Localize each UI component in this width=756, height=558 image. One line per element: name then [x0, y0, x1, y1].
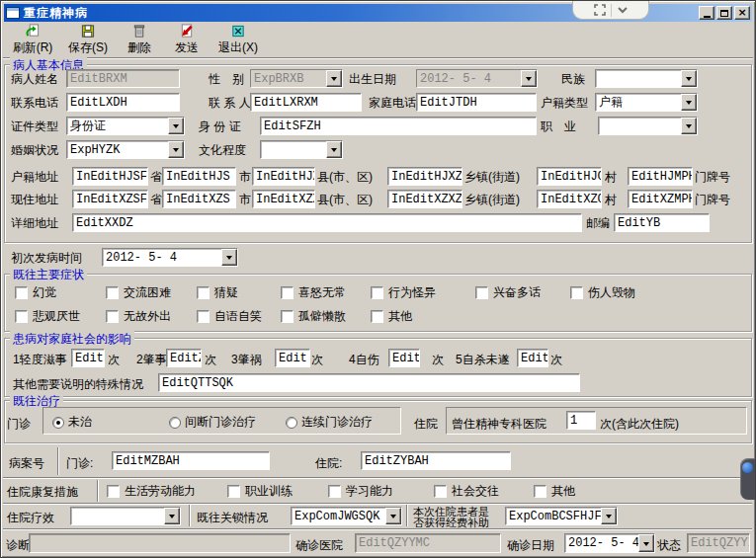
confirm-hospital-field[interactable]: EditQZYYMC	[355, 533, 501, 553]
checkbox-icon[interactable]	[570, 286, 583, 299]
rehab-checkbox[interactable]: 职业训练	[227, 483, 293, 500]
xz-county-field[interactable]: InEditXZX	[252, 190, 315, 208]
checkbox-icon[interactable]	[15, 310, 28, 323]
dropdown-button[interactable]	[601, 508, 617, 524]
checkbox-icon[interactable]	[197, 286, 210, 299]
lock-history-select[interactable]: ExpComJWGSQK	[291, 507, 402, 525]
checkbox-icon[interactable]	[328, 485, 341, 498]
minimize-button[interactable]	[699, 6, 714, 20]
radio-intermittent-outpatient[interactable]: 间断门诊治疗	[169, 414, 256, 431]
symptom-checkbox[interactable]: 幻觉	[15, 284, 56, 301]
incident-count-field[interactable]: Edit	[275, 349, 310, 367]
dropdown-button[interactable]	[681, 70, 697, 87]
checkbox-icon[interactable]	[534, 485, 546, 498]
dropdown-button[interactable]	[164, 508, 180, 524]
checkbox-icon[interactable]	[106, 310, 119, 323]
radio-icon[interactable]	[286, 417, 297, 429]
symptom-checkbox[interactable]: 其他	[371, 308, 412, 325]
symptom-checkbox[interactable]: 孤僻懒散	[281, 308, 346, 325]
hj-county-field[interactable]: InEditHJX	[252, 167, 315, 186]
symptom-checkbox[interactable]: 行为怪异	[371, 284, 436, 301]
gender-select[interactable]: ExpBRXB	[250, 69, 343, 88]
rehab-checkbox[interactable]: 其他	[534, 483, 575, 500]
side-tab-handle[interactable]	[740, 458, 755, 500]
symptom-checkbox[interactable]: 猜疑	[197, 284, 238, 301]
ethnicity-select[interactable]	[595, 69, 698, 88]
hj-city-field[interactable]: InEditHJS	[162, 167, 236, 186]
checkbox-icon[interactable]	[475, 286, 488, 299]
hj-number-field[interactable]: EditHJMPH	[628, 167, 693, 186]
incident-count-field[interactable]: Edit	[388, 349, 420, 367]
subsidy-select[interactable]: ExpComBCSFHJF	[505, 507, 618, 525]
hj-province-field[interactable]: InEditHJSF	[72, 167, 148, 186]
hj-village-field[interactable]: InEditHJC	[537, 167, 602, 186]
mz-case-field[interactable]: EditMZBAH	[112, 451, 270, 470]
dropdown-button[interactable]	[385, 508, 401, 524]
dropdown-button[interactable]	[681, 94, 697, 111]
hukou-type-select[interactable]: 户籍	[595, 93, 698, 112]
contact-person-field[interactable]: EditLXRXM	[250, 93, 362, 112]
save-button[interactable]: 保存(S)	[60, 23, 116, 56]
home-phone-field[interactable]: EditJTDH	[416, 93, 537, 112]
dropdown-button[interactable]	[681, 118, 697, 134]
incident-count-field[interactable]: EditQ	[71, 349, 105, 367]
checkbox-icon[interactable]	[281, 286, 294, 299]
checkbox-icon[interactable]	[434, 485, 447, 498]
checkbox-icon[interactable]	[371, 286, 383, 299]
symptom-checkbox[interactable]: 伤人毁物	[570, 284, 635, 301]
dropdown-button[interactable]	[168, 141, 184, 158]
rehab-checkbox[interactable]: 社会交往	[434, 483, 499, 500]
diagnosis-field[interactable]	[29, 533, 291, 553]
status-field[interactable]: EditQZYYI	[687, 533, 750, 553]
symptom-checkbox[interactable]: 喜怒无常	[281, 284, 346, 301]
symptom-checkbox[interactable]: 交流困难	[106, 284, 171, 301]
radio-icon[interactable]	[169, 417, 181, 429]
xz-number-field[interactable]: EditXZMPH	[628, 190, 693, 208]
radio-continuous-outpatient[interactable]: 连续门诊治疗	[286, 414, 373, 431]
confirm-date-select[interactable]: 2012- 5- 4	[564, 533, 655, 553]
dropdown-button[interactable]	[168, 118, 184, 134]
send-button[interactable]: 发送	[163, 23, 210, 56]
dropdown-button[interactable]	[326, 141, 342, 158]
delete-button[interactable]: 删除	[116, 23, 163, 56]
contact-phone-field[interactable]: EditLXDH	[66, 93, 180, 112]
incident-count-field[interactable]: EditZ	[166, 349, 202, 367]
xz-town-field[interactable]: InEditXZXZ	[387, 190, 462, 208]
checkbox-icon[interactable]	[281, 310, 294, 323]
id-number-field[interactable]: EditSFZH	[260, 117, 537, 135]
dropdown-button[interactable]	[521, 70, 537, 87]
checkbox-icon[interactable]	[15, 286, 28, 299]
rehab-checkbox[interactable]: 学习能力	[328, 483, 393, 500]
marital-select[interactable]: ExpHYZK	[66, 140, 185, 159]
xz-city-field[interactable]: InEditXZS	[162, 190, 236, 208]
dropdown-button[interactable]	[221, 249, 237, 266]
dropdown-button[interactable]	[326, 70, 342, 87]
symptom-checkbox[interactable]: 兴奋多话	[475, 284, 541, 301]
dropdown-button[interactable]	[638, 534, 654, 552]
birth-date-select[interactable]: 2012- 5- 4	[416, 69, 538, 88]
occupation-select[interactable]	[598, 117, 698, 135]
incident-count-field[interactable]: EditZ	[517, 349, 548, 367]
rehab-checkbox[interactable]: 生活劳动能力	[107, 483, 196, 500]
checkbox-icon[interactable]	[227, 485, 240, 498]
symptom-checkbox[interactable]: 自语自笑	[197, 308, 262, 325]
exit-button[interactable]: 退出(X)	[210, 23, 266, 56]
patient-name-field[interactable]: EditBRXM	[66, 69, 180, 88]
radio-untreated[interactable]: 未治	[52, 414, 92, 431]
checkbox-icon[interactable]	[197, 310, 210, 323]
fullscreen-icon[interactable]	[594, 4, 606, 16]
hospitalization-count-field[interactable]: 1	[566, 411, 596, 430]
checkbox-icon[interactable]	[106, 286, 119, 299]
maximize-button[interactable]	[716, 6, 732, 20]
zip-field[interactable]: EditYB	[614, 213, 710, 232]
radio-icon[interactable]	[52, 417, 64, 429]
zy-case-field[interactable]: EditZYBAH	[361, 451, 511, 470]
id-type-select[interactable]: 身份证	[66, 117, 185, 135]
hospital-effect-select[interactable]	[70, 507, 181, 525]
checkbox-icon[interactable]	[107, 485, 120, 498]
refresh-button[interactable]: 刷新(R)	[5, 23, 60, 56]
xz-village-field[interactable]: InEditXZC	[537, 190, 602, 208]
detail-address-field[interactable]: EditXXDZ	[72, 213, 582, 232]
education-select[interactable]	[260, 140, 343, 159]
other-special-field[interactable]: EditQTTSQK	[158, 373, 580, 392]
